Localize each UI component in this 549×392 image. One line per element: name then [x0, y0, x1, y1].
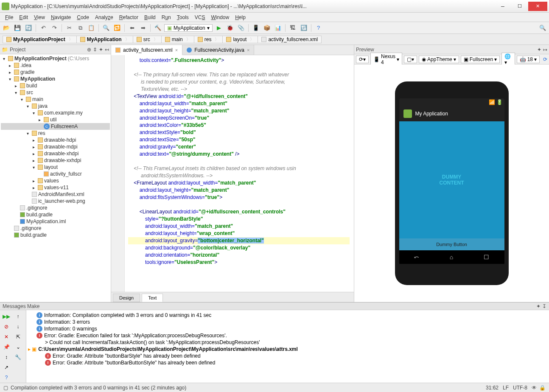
monitor-icon[interactable]: 📊: [273, 23, 283, 33]
encoding[interactable]: UTF-8: [513, 385, 527, 391]
cursor-position[interactable]: 31:62: [486, 385, 499, 391]
back-icon[interactable]: ⤺: [414, 254, 419, 260]
status-icon[interactable]: ▢: [3, 385, 8, 391]
maximize-button[interactable]: ☐: [511, 2, 528, 11]
close-button[interactable]: ✕: [528, 2, 547, 11]
menu-file[interactable]: File: [3, 14, 16, 21]
message-item[interactable]: ▸ ▣ C:\Users\myumla\AndroidStudioProject…: [28, 346, 547, 353]
code-editor[interactable]: tools:context=".FullscreenActivity"> <!-…: [111, 55, 354, 292]
structure-icon[interactable]: 🏗: [288, 23, 297, 33]
design-tab[interactable]: Design: [113, 294, 140, 302]
hide-icon[interactable]: ↧: [542, 303, 546, 309]
export-icon[interactable]: ⇱: [14, 332, 23, 342]
undo-icon[interactable]: ↶: [39, 23, 48, 33]
api-combo[interactable]: 🤖 18▾: [517, 56, 540, 63]
gear-icon[interactable]: ✦: [536, 303, 541, 309]
breadcrumb-item[interactable]: layout: [222, 36, 258, 43]
breadcrumb-item[interactable]: res: [194, 36, 223, 43]
close-icon[interactable]: ×: [175, 48, 178, 53]
message-item[interactable]: iInformation: 0 warnings: [28, 325, 547, 332]
filter-icon[interactable]: ⌄: [14, 342, 23, 352]
minimize-button[interactable]: ─: [494, 2, 511, 11]
menu-run[interactable]: Run: [159, 14, 174, 21]
run-config-combo[interactable]: ▣ MyApplication ▾: [164, 24, 213, 32]
attach-icon[interactable]: 📎: [236, 23, 246, 33]
breadcrumb-item[interactable]: MyApplicationProject: [3, 36, 77, 43]
save-icon[interactable]: 💾: [13, 23, 22, 33]
forward-icon[interactable]: ➡: [138, 23, 148, 33]
sdk-icon[interactable]: 📦: [262, 23, 272, 33]
avd-icon[interactable]: 📱: [251, 23, 260, 33]
pin-icon[interactable]: 📌: [2, 342, 11, 352]
redo-icon[interactable]: ↷: [50, 23, 59, 33]
locale-button[interactable]: 🌐▾: [501, 53, 515, 66]
run-icon[interactable]: ▶: [214, 23, 224, 33]
find-icon[interactable]: 🔍: [101, 23, 111, 33]
home-icon[interactable]: ⌂: [450, 254, 453, 260]
menu-code[interactable]: Code: [74, 14, 92, 21]
menu-help[interactable]: Help: [232, 14, 248, 21]
close-icon[interactable]: ✕: [2, 332, 11, 342]
back-icon[interactable]: ⬅: [127, 23, 137, 33]
message-item[interactable]: iInformation: Compilation completed with…: [28, 312, 547, 319]
expand-icon[interactable]: ↕: [2, 353, 11, 362]
breadcrumb-item[interactable]: activity_fullscreen.xml: [258, 36, 322, 43]
breadcrumb-item[interactable]: src: [133, 36, 162, 43]
help-icon[interactable]: ?: [2, 373, 11, 382]
message-item[interactable]: iInformation: 3 errors: [28, 319, 547, 325]
message-item[interactable]: > Could not call IncrementalTask.taskAct…: [28, 339, 547, 346]
paste-icon[interactable]: 📋: [87, 23, 96, 33]
close-icon[interactable]: ×: [247, 48, 249, 53]
message-item[interactable]: !Error: Gradle: Execution failed for tas…: [28, 332, 547, 339]
rerun-icon[interactable]: ▶▶: [2, 312, 11, 321]
device-combo[interactable]: 📱 Nexus 4▾: [370, 53, 402, 66]
menu-refactor[interactable]: Refactor: [117, 14, 141, 21]
stop-icon[interactable]: ⊘: [2, 322, 11, 331]
gear-icon[interactable]: ✦: [99, 47, 103, 53]
menu-vcs[interactable]: VCS: [192, 14, 208, 21]
theme-combo[interactable]: ◉ AppTheme▾: [419, 56, 459, 63]
sync-gradle-icon[interactable]: 🔃: [299, 23, 308, 33]
refresh-icon[interactable]: ⟳: [543, 56, 547, 62]
dummy-button[interactable]: Dummy Button: [399, 238, 504, 250]
project-tree[interactable]: ▾ MyApplicationProject (C:\Users ▸ .idea…: [0, 54, 111, 302]
tab-activity-fullscreen[interactable]: activity_fullscreen.xml ×: [111, 45, 182, 55]
target-icon[interactable]: ⊕: [87, 47, 91, 53]
insp-icon[interactable]: 👁: [532, 385, 537, 391]
search-everywhere-icon[interactable]: 🔍: [538, 23, 547, 33]
wrench-icon[interactable]: 🔧: [14, 353, 23, 362]
message-item[interactable]: !Error: Gradle: Attribute "buttonBarButt…: [28, 359, 547, 366]
sync-icon[interactable]: 🔄: [24, 23, 33, 33]
config-combo[interactable]: ▣ Fullscreen▾: [461, 56, 500, 63]
menu-build[interactable]: Build: [142, 14, 158, 21]
gear-icon[interactable]: ✦: [537, 47, 541, 53]
collapse-icon[interactable]: ⇕: [93, 47, 97, 53]
menu-edit[interactable]: Edit: [17, 14, 31, 21]
menu-view[interactable]: View: [31, 14, 48, 21]
hide-icon[interactable]: ↦: [543, 47, 547, 53]
breadcrumb-item[interactable]: main: [161, 36, 194, 43]
hide-icon[interactable]: ↤: [105, 47, 109, 53]
menu-navigate[interactable]: Navigate: [48, 14, 73, 21]
viewport-button[interactable]: ▢▾: [404, 56, 417, 63]
up-icon[interactable]: ↑: [14, 312, 23, 321]
help-icon[interactable]: ?: [314, 23, 323, 33]
line-separator[interactable]: LF: [503, 385, 509, 391]
cut-icon[interactable]: ✂: [64, 23, 74, 33]
menu-analyze[interactable]: Analyze: [92, 14, 116, 21]
tab-fullscreen-activity[interactable]: FullscreenActivity.java ×: [182, 45, 254, 55]
messages-list[interactable]: iInformation: Compilation completed with…: [26, 310, 549, 383]
menu-tools[interactable]: Tools: [174, 14, 191, 21]
replace-icon[interactable]: 🔁: [112, 23, 122, 33]
orientation-button[interactable]: ⟳▾: [356, 56, 369, 63]
lock-icon[interactable]: 🔒: [539, 385, 546, 391]
open-icon[interactable]: 📂: [2, 23, 11, 33]
recents-icon[interactable]: ☐: [484, 254, 489, 260]
menu-window[interactable]: Window: [208, 14, 232, 21]
debug-icon[interactable]: 🐞: [225, 23, 235, 33]
make-icon[interactable]: 🔨: [153, 23, 162, 33]
copy-icon[interactable]: ⧉: [76, 23, 85, 33]
down-icon[interactable]: ↓: [14, 322, 23, 331]
message-item[interactable]: !Error: Gradle: Attribute "buttonBarStyl…: [28, 353, 547, 359]
export2-icon[interactable]: ↗: [2, 363, 11, 372]
